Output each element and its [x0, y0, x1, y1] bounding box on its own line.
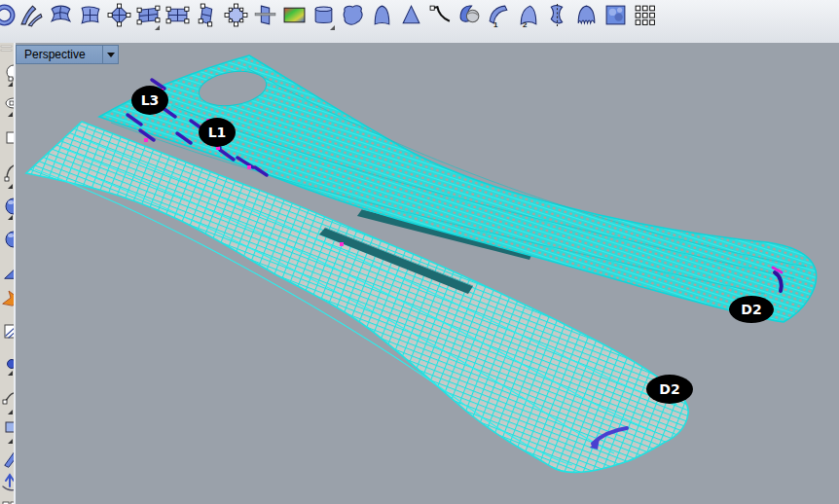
rectangular-plane-icon: [136, 3, 161, 27]
extrude-tapered-button[interactable]: [368, 3, 395, 32]
pull-tool-icon[interactable]: [3, 475, 14, 490]
drape-point-grid-icon: [633, 3, 657, 27]
viewport-canvas[interactable]: L3 L1 D2 D2: [16, 43, 839, 504]
circle-tool-icon[interactable]: [7, 65, 14, 81]
sweep-one-rail-icon: [457, 3, 482, 27]
heightfield-icon: [603, 3, 628, 27]
curve-tool-icon[interactable]: [3, 393, 14, 404]
extrude-to-point-icon: [399, 3, 423, 27]
annotation-D2-upper[interactable]: D2: [729, 296, 774, 323]
point-tool-icon[interactable]: [8, 360, 15, 369]
flyout-indicator-icon: [8, 112, 13, 117]
flyout-indicator-icon: [8, 215, 13, 220]
extrude-along-curve-button[interactable]: [339, 3, 366, 32]
arc-tool-icon[interactable]: [5, 163, 14, 181]
revolve-icon: [545, 3, 569, 27]
main-toolbar-clipped[interactable]: [0, 43, 16, 504]
annotation-L3[interactable]: L3: [131, 86, 168, 115]
surface-from-point-grid-icon: [224, 3, 248, 27]
surface-from-points-icon: [19, 3, 44, 27]
sweep-one-rail-button[interactable]: [456, 3, 483, 32]
picture-frame-button[interactable]: [280, 3, 308, 32]
vertical-plane-button[interactable]: [193, 3, 220, 32]
extrude-straight-icon: [253, 3, 277, 27]
cutting-plane-button[interactable]: [164, 3, 191, 32]
surface-from-points-button[interactable]: [18, 3, 45, 32]
fillet-surface-button[interactable]: 1: [485, 3, 512, 32]
surface-from-point-grid-button[interactable]: [222, 3, 249, 32]
surface-tool-icon[interactable]: [6, 422, 14, 432]
annotation-label: D2: [741, 302, 761, 317]
surface-ring-icon: [0, 3, 16, 27]
ellipse-tool-icon[interactable]: [6, 98, 14, 108]
annotation-label: L1: [208, 125, 227, 140]
annotation-L1[interactable]: L1: [199, 118, 236, 147]
extrude-straight-button[interactable]: [251, 3, 278, 32]
flyout-indicator-icon: [155, 25, 160, 30]
picture-frame-icon: [282, 3, 307, 27]
ribbon-icon: [428, 3, 453, 27]
drape-point-grid-button[interactable]: [631, 3, 658, 32]
flyout-indicator-icon: [330, 25, 335, 30]
ribbon-button[interactable]: [426, 3, 454, 32]
patch-surface-button[interactable]: [76, 3, 103, 32]
sphere-tool-icon[interactable]: [6, 198, 14, 214]
surface-from-corner-points-icon: [107, 3, 131, 27]
hatch-tool-icon[interactable]: [5, 325, 14, 338]
extrude-surface-icon: [311, 3, 336, 27]
ellipsoid-tool-icon[interactable]: [6, 232, 14, 247]
rectangular-plane-button[interactable]: [134, 3, 162, 32]
vertical-plane-icon: [195, 3, 219, 27]
pencil-tool-icon[interactable]: [5, 451, 14, 467]
perspective-viewport[interactable]: Perspective: [16, 43, 839, 504]
flyout-indicator-icon: [8, 371, 13, 376]
rail-revolve-button[interactable]: [572, 3, 600, 32]
blend-surface-icon: [516, 3, 540, 27]
extrude-to-point-button[interactable]: [397, 3, 424, 32]
annotation-label: L3: [141, 92, 160, 108]
surface-ring-button[interactable]: [0, 3, 17, 32]
annotation-D2-lower[interactable]: D2: [646, 375, 693, 404]
heightfield-button[interactable]: [602, 3, 629, 32]
cutting-plane-icon: [165, 3, 190, 27]
extrude-tapered-icon: [370, 3, 394, 27]
fillet-surface-icon: [487, 3, 511, 27]
extrude-surface-button[interactable]: [310, 3, 337, 32]
viewport-title-dropdown[interactable]: [103, 46, 118, 63]
flyout-indicator-icon: [8, 439, 13, 444]
viewport-title: Perspective: [17, 48, 102, 61]
flyout-indicator-icon: [8, 184, 13, 189]
explode-tool-icon[interactable]: [3, 289, 14, 306]
extrude-along-curve-icon: [341, 3, 365, 27]
surface-from-network-button[interactable]: [47, 3, 74, 32]
blend-surface-button[interactable]: 2: [514, 3, 541, 32]
chevron-down-icon: [107, 53, 115, 57]
annotation-label: D2: [659, 381, 679, 397]
patch-surface-icon: [78, 3, 102, 27]
surface-from-network-icon: [49, 3, 73, 27]
flyout-indicator-icon: [8, 410, 13, 414]
toolbar-gripper[interactable]: [1, 46, 12, 52]
revolve-button[interactable]: [543, 3, 570, 32]
rectangle-tool-icon[interactable]: [7, 132, 14, 143]
surface-from-corner-points-button[interactable]: [105, 3, 132, 32]
rail-revolve-icon: [574, 3, 599, 27]
surface-tools-toolbar: 1 2: [0, 0, 839, 44]
viewport-title-tab[interactable]: Perspective: [16, 45, 119, 64]
flyout-indicator-icon: [8, 82, 13, 87]
wedge-tool-icon[interactable]: [5, 265, 14, 278]
